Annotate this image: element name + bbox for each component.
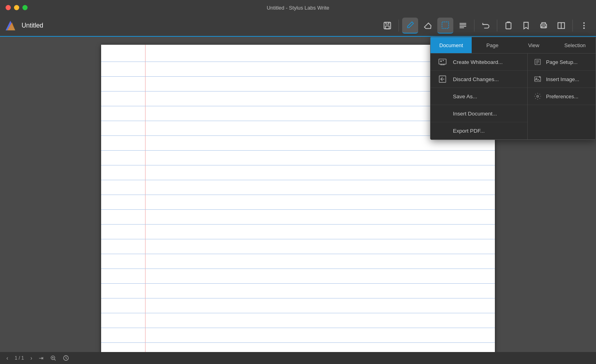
save-as-item[interactable]: Save As... bbox=[431, 88, 527, 105]
svg-point-15 bbox=[583, 25, 585, 26]
save-icon bbox=[383, 21, 392, 30]
tab-selection[interactable]: Selection bbox=[554, 37, 596, 53]
page-line bbox=[101, 150, 495, 151]
format-icon bbox=[458, 21, 467, 30]
save-button[interactable] bbox=[379, 18, 395, 34]
minimize-button[interactable] bbox=[14, 5, 19, 10]
svg-line-31 bbox=[54, 359, 56, 360]
doc-title: Untitled bbox=[22, 22, 378, 29]
svg-rect-9 bbox=[506, 23, 511, 29]
discard-changes-item[interactable]: Discard Changes... bbox=[431, 71, 527, 88]
page-line bbox=[101, 180, 495, 180]
save-as-label: Save As... bbox=[453, 93, 477, 99]
whiteboard-icon bbox=[437, 56, 448, 68]
format-button[interactable] bbox=[455, 18, 471, 34]
dropdown-body: Create Whiteboard... Discard Changes... bbox=[431, 54, 596, 139]
page-line bbox=[101, 298, 495, 298]
page-setup-icon bbox=[533, 58, 542, 66]
next-page-button[interactable]: › bbox=[30, 355, 32, 361]
print-button[interactable] bbox=[536, 18, 552, 34]
page-line bbox=[101, 342, 495, 343]
page-line bbox=[101, 195, 495, 195]
undo-button[interactable] bbox=[478, 18, 494, 34]
select-icon bbox=[441, 21, 450, 30]
prev-page-button[interactable]: ‹ bbox=[6, 355, 8, 361]
app-logo bbox=[4, 19, 17, 32]
create-whiteboard-item[interactable]: Create Whiteboard... bbox=[431, 54, 527, 71]
insert-image-label: Insert Image... bbox=[546, 76, 579, 82]
titlebar: Untitled - Stylus Labs Write bbox=[0, 0, 596, 15]
eraser-button[interactable] bbox=[420, 18, 436, 34]
page-line bbox=[101, 313, 495, 313]
discard-changes-label: Discard Changes... bbox=[453, 76, 499, 82]
tab-page[interactable]: Page bbox=[472, 37, 513, 53]
dropdown-menu: Document Page View Selection bbox=[430, 37, 596, 140]
columns-icon bbox=[557, 21, 566, 30]
svg-rect-4 bbox=[442, 22, 449, 29]
more-button[interactable] bbox=[576, 18, 592, 34]
svg-point-16 bbox=[583, 28, 585, 29]
maximize-button[interactable] bbox=[22, 5, 28, 10]
page-line bbox=[101, 283, 495, 284]
export-pdf-item[interactable]: Export PDF... bbox=[431, 122, 527, 139]
page-line bbox=[101, 239, 495, 239]
separator-2 bbox=[474, 20, 474, 32]
insert-document-item[interactable]: Insert Document... bbox=[431, 105, 527, 122]
tab-document[interactable]: Document bbox=[431, 37, 472, 53]
logo-icon bbox=[4, 19, 17, 32]
dropdown-tabs: Document Page View Selection bbox=[431, 37, 596, 54]
insert-document-label: Insert Document... bbox=[453, 111, 497, 117]
print-icon bbox=[539, 21, 548, 30]
discard-icon bbox=[437, 74, 448, 85]
dropdown-right-col: Page Setup... Insert Image... bbox=[528, 54, 596, 139]
separator-4 bbox=[572, 20, 573, 32]
dropdown-left-col: Create Whiteboard... Discard Changes... bbox=[431, 54, 528, 139]
clipboard-icon bbox=[504, 21, 513, 30]
undo-icon bbox=[481, 21, 490, 30]
page-setup-item[interactable]: Page Setup... bbox=[528, 54, 596, 71]
zoom-icon bbox=[50, 355, 56, 361]
preferences-icon bbox=[533, 92, 542, 101]
history-icon bbox=[63, 355, 69, 361]
window-title: Untitled - Stylus Labs Write bbox=[267, 5, 329, 11]
toolbar: Untitled bbox=[0, 15, 596, 37]
statusbar: ‹ 1 / 1 › ⇥ bbox=[0, 352, 596, 364]
columns-button[interactable] bbox=[553, 18, 569, 34]
select-button[interactable] bbox=[437, 18, 453, 34]
go-to-end-button[interactable]: ⇥ bbox=[39, 355, 44, 361]
tab-view[interactable]: View bbox=[513, 37, 554, 53]
svg-rect-3 bbox=[385, 26, 389, 29]
page-line bbox=[101, 254, 495, 254]
zoom-button[interactable] bbox=[50, 355, 56, 361]
svg-rect-17 bbox=[439, 59, 446, 64]
clipboard-button[interactable] bbox=[500, 18, 516, 34]
main-area: Document Page View Selection bbox=[0, 37, 596, 352]
pen-icon bbox=[406, 21, 415, 30]
export-pdf-label: Export PDF... bbox=[453, 128, 485, 134]
page-nav: 1 / 1 bbox=[15, 355, 24, 361]
page-line bbox=[101, 224, 495, 225]
svg-point-19 bbox=[443, 60, 444, 61]
bookmark-button[interactable] bbox=[518, 18, 534, 34]
eraser-icon bbox=[423, 21, 432, 30]
svg-point-14 bbox=[583, 22, 585, 24]
page-line bbox=[101, 165, 495, 165]
close-button[interactable] bbox=[6, 5, 11, 10]
page-line bbox=[101, 328, 495, 328]
export-pdf-icon-placeholder bbox=[437, 125, 448, 137]
insert-image-icon bbox=[533, 75, 542, 84]
page-setup-label: Page Setup... bbox=[546, 59, 578, 65]
svg-rect-11 bbox=[542, 26, 545, 28]
separator-3 bbox=[497, 20, 497, 32]
insert-image-item[interactable]: Insert Image... bbox=[528, 71, 596, 88]
preferences-item[interactable]: Preferences... bbox=[528, 88, 596, 105]
page-line bbox=[101, 209, 495, 210]
history-button[interactable] bbox=[63, 355, 69, 361]
pen-button[interactable] bbox=[402, 18, 418, 34]
more-icon bbox=[580, 21, 588, 30]
separator-1 bbox=[399, 20, 399, 32]
window-controls bbox=[6, 5, 28, 10]
svg-point-29 bbox=[537, 95, 539, 97]
create-whiteboard-label: Create Whiteboard... bbox=[453, 59, 503, 65]
preferences-label: Preferences... bbox=[546, 93, 578, 99]
